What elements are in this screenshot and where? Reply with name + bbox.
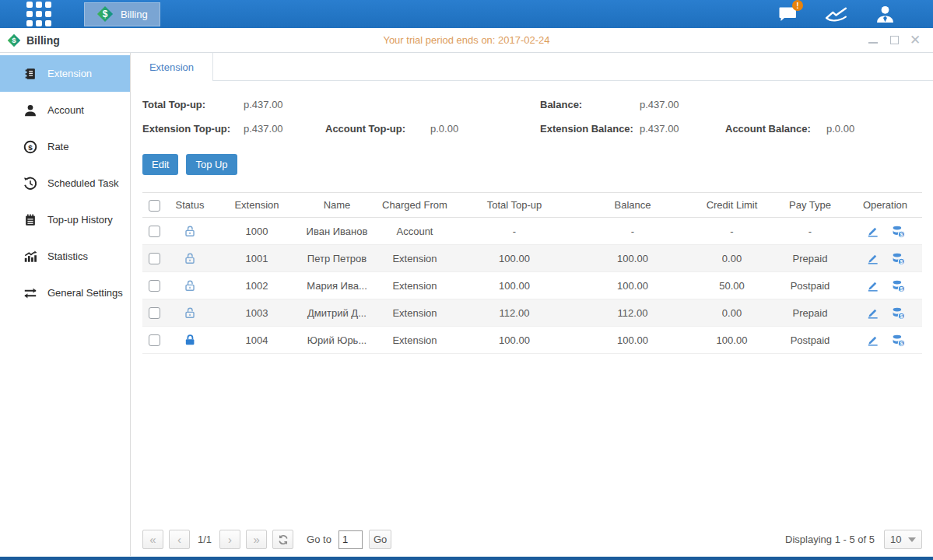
window-title: $ Billing (7, 33, 60, 47)
edit-icon[interactable] (866, 225, 879, 238)
column-header-balance: Balance (573, 193, 692, 218)
cell-charged-from: Extension (374, 272, 455, 299)
unlocked-icon (184, 225, 197, 238)
maximize-icon[interactable] (889, 35, 900, 46)
cell-name: Иван Иванов (300, 218, 374, 245)
cell-pay-type: Postpaid (772, 272, 848, 299)
prev-page-button[interactable]: ‹ (169, 530, 190, 549)
cell-extension: 1004 (214, 327, 300, 354)
cell-credit-limit: 100.00 (692, 327, 772, 354)
page-size-select[interactable]: 10 (884, 530, 922, 549)
topup-coins-icon[interactable]: $ (892, 279, 905, 292)
row-checkbox[interactable] (149, 334, 160, 346)
page-size-value: 10 (890, 534, 901, 545)
next-page-button[interactable]: › (219, 530, 240, 549)
billing-diamond-icon: $ (96, 5, 114, 23)
sidebar: ExtensionAccount$RateScheduled TaskTop-u… (0, 53, 131, 556)
close-icon[interactable]: ✕ (910, 35, 921, 46)
topup-coins-icon[interactable]: $ (892, 225, 905, 238)
goto-label: Go to (307, 534, 331, 545)
tab-label: Extension (149, 61, 194, 73)
user-icon[interactable] (875, 5, 896, 24)
window-title-text: Billing (26, 34, 60, 47)
refresh-icon[interactable] (272, 530, 293, 549)
select-all-checkbox[interactable] (149, 200, 160, 212)
topup-coins-icon[interactable]: $ (892, 252, 905, 265)
cell-total-topup: 112.00 (455, 299, 573, 327)
account-topup-value: p.0.00 (430, 123, 540, 135)
table-row: 1003Дмитрий Д...Extension112.00112.000.0… (142, 299, 922, 327)
trial-notice: Your trial period ends on: 2017-02-24 (0, 34, 933, 46)
cell-checkbox (142, 272, 166, 299)
locked-icon (184, 334, 197, 347)
cell-balance: 112.00 (573, 299, 692, 327)
topup-coins-icon[interactable]: $ (892, 306, 905, 320)
app-grid-icon[interactable] (26, 2, 51, 26)
svg-text:$: $ (103, 9, 108, 19)
go-button[interactable]: Go (369, 530, 391, 549)
svg-text:$: $ (900, 231, 903, 237)
edit-icon[interactable] (866, 279, 879, 292)
content-area: Extension Total Top-up: p.437.00 Balance… (131, 53, 933, 556)
cell-charged-from: Extension (374, 327, 455, 354)
edit-icon[interactable] (866, 334, 879, 347)
sidebar-item-top-up-history[interactable]: Top-up History (0, 201, 130, 238)
topup-coins-icon[interactable]: $ (892, 334, 905, 347)
first-page-button[interactable]: « (142, 530, 163, 549)
sidebar-item-account[interactable]: Account (0, 92, 130, 128)
main-area: ExtensionAccount$RateScheduled TaskTop-u… (0, 53, 933, 556)
cell-operation: $ (848, 218, 922, 245)
notebook-icon (23, 213, 37, 227)
table-row: 1001Петр ПетровExtension100.00100.000.00… (142, 245, 922, 272)
cell-status (166, 327, 214, 354)
last-page-button[interactable]: » (246, 530, 267, 549)
tab-bar-spacer (213, 53, 933, 81)
topbar: $ Billing ! (0, 0, 933, 28)
sidebar-item-label: Top-up History (47, 214, 113, 226)
window-controls: ✕ (868, 35, 921, 46)
billing-diamond-icon: $ (7, 33, 21, 47)
cell-operation: $ (848, 272, 922, 299)
sidebar-item-rate[interactable]: $Rate (0, 128, 130, 165)
edit-icon[interactable] (866, 252, 879, 265)
row-checkbox[interactable] (149, 226, 160, 237)
row-checkbox[interactable] (149, 253, 160, 264)
tab-extension[interactable]: Extension (131, 53, 213, 81)
sidebar-item-label: Rate (47, 141, 68, 152)
messages-icon[interactable]: ! (777, 5, 798, 23)
svg-text:$: $ (900, 313, 903, 319)
table-row: 1000Иван ИвановAccount----$ (142, 218, 922, 245)
taskbar-tab-billing[interactable]: $ Billing (84, 2, 160, 26)
balance-summary: Total Top-up: p.437.00 Balance: p.437.00… (131, 81, 933, 141)
extension-topup-label: Extension Top-up: (142, 123, 244, 135)
cell-status (166, 218, 214, 245)
row-checkbox[interactable] (149, 307, 160, 319)
cell-checkbox (142, 327, 166, 354)
top-up-button[interactable]: Top Up (186, 154, 237, 175)
cell-checkbox (142, 245, 166, 272)
cell-extension: 1003 (214, 299, 300, 327)
notification-badge: ! (792, 0, 803, 11)
sidebar-item-label: Extension (47, 68, 92, 79)
edit-icon[interactable] (866, 306, 879, 320)
sidebar-item-extension[interactable]: Extension (0, 55, 130, 92)
edit-button[interactable]: Edit (142, 154, 178, 175)
line-chart-icon[interactable] (824, 5, 848, 23)
column-header-charged-from: Charged From (374, 193, 455, 218)
sidebar-item-label: Account (47, 104, 84, 116)
sidebar-item-label: General Settings (47, 287, 123, 299)
person-icon (23, 103, 37, 117)
account-balance-value: p.0.00 (826, 123, 922, 135)
row-checkbox[interactable] (149, 280, 160, 292)
cell-pay-type: Prepaid (772, 245, 848, 272)
goto-page-input[interactable] (338, 530, 363, 549)
svg-text:$: $ (900, 258, 903, 264)
sidebar-item-statistics[interactable]: Statistics (0, 238, 130, 275)
minimize-icon[interactable] (868, 35, 879, 46)
table-row: 1002Мария Ива...Extension100.00100.0050.… (142, 272, 922, 299)
window-header: Your trial period ends on: 2017-02-24 $ … (0, 28, 933, 53)
sidebar-item-scheduled-task[interactable]: Scheduled Task (0, 165, 130, 201)
unlocked-icon (184, 279, 197, 292)
cell-balance: 100.00 (573, 327, 692, 354)
sidebar-item-general-settings[interactable]: General Settings (0, 275, 130, 311)
